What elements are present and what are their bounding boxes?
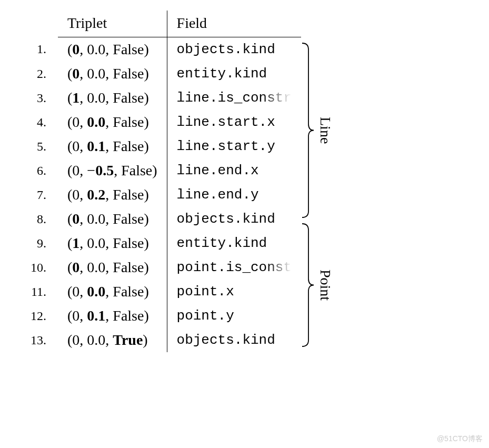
brace-icon [300, 221, 315, 350]
row-number: 3. [16, 86, 58, 110]
field-cell: line.end.y [167, 183, 301, 207]
row-number: 11. [16, 280, 58, 304]
triplet-cell: (0, 0.2, False) [58, 183, 167, 207]
table-row: 8.(0, 0.0, False)objects.kind [16, 207, 301, 231]
brace-column: LinePoint [300, 11, 334, 350]
field-header: Field [167, 11, 301, 37]
table-container: Triplet Field 1.(0, 0.0, False)objects.k… [16, 11, 473, 352]
table-row: 10.(0, 0.0, False)point.is_const [16, 255, 301, 280]
triplet-cell: (0, 0.0, False) [58, 62, 167, 86]
table-header-row: Triplet Field [16, 11, 301, 37]
triplet-cell: (0, 0.0, False) [58, 110, 167, 134]
triplet-cell: (1, 0.0, False) [58, 86, 167, 110]
row-number: 9. [16, 231, 58, 255]
table-row: 9.(1, 0.0, False)entity.kind [16, 231, 301, 255]
field-cell: entity.kind [167, 231, 301, 255]
table-row: 11.(0, 0.0, False)point.x [16, 280, 301, 304]
brace-label: Point [315, 270, 334, 301]
field-cell: objects.kind [167, 207, 301, 231]
row-number: 8. [16, 207, 58, 231]
triplet-cell: (0, 0.1, False) [58, 304, 167, 328]
field-cell: point.is_const [167, 255, 301, 280]
brace-icon [300, 40, 315, 221]
row-number: 13. [16, 328, 58, 352]
triplet-field-table: Triplet Field 1.(0, 0.0, False)objects.k… [16, 11, 301, 352]
field-cell: entity.kind [167, 62, 301, 86]
table-row: 4.(0, 0.0, False)line.start.x [16, 110, 301, 134]
field-cell: point.x [167, 280, 301, 304]
triplet-cell: (0, 0.0, False) [58, 255, 167, 280]
triplet-cell: (0, 0.0, True) [58, 328, 167, 352]
row-number: 1. [16, 37, 58, 62]
field-cell: line.start.y [167, 134, 301, 158]
brace-group: Line [300, 40, 334, 221]
row-number: 2. [16, 62, 58, 86]
table-row: 5.(0, 0.1, False)line.start.y [16, 134, 301, 158]
field-cell: line.is_constr [167, 86, 301, 110]
row-number: 4. [16, 110, 58, 134]
triplet-cell: (0, 0.0, False) [58, 207, 167, 231]
triplet-cell: (0, 0.0, False) [58, 37, 167, 62]
table-row: 6.(0, −0.5, False)line.end.x [16, 158, 301, 183]
table-row: 13.(0, 0.0, True)objects.kind [16, 328, 301, 352]
row-number: 12. [16, 304, 58, 328]
field-cell: objects.kind [167, 37, 301, 62]
table-row: 12.(0, 0.1, False)point.y [16, 304, 301, 328]
table-row: 7.(0, 0.2, False)line.end.y [16, 183, 301, 207]
row-number: 6. [16, 158, 58, 183]
brace-label: Line [315, 117, 334, 144]
row-number: 10. [16, 255, 58, 280]
brace-group: Point [300, 221, 334, 350]
triplet-cell: (1, 0.0, False) [58, 231, 167, 255]
triplet-header: Triplet [58, 11, 167, 37]
triplet-cell: (0, 0.0, False) [58, 280, 167, 304]
field-cell: objects.kind [167, 328, 301, 352]
field-cell: point.y [167, 304, 301, 328]
triplet-cell: (0, 0.1, False) [58, 134, 167, 158]
field-cell: line.start.x [167, 110, 301, 134]
field-cell: line.end.x [167, 158, 301, 183]
table-row: 3.(1, 0.0, False)line.is_constr [16, 86, 301, 110]
triplet-cell: (0, −0.5, False) [58, 158, 167, 183]
row-number: 5. [16, 134, 58, 158]
row-number: 7. [16, 183, 58, 207]
table-row: 2.(0, 0.0, False)entity.kind [16, 62, 301, 86]
empty-header [16, 11, 58, 37]
table-row: 1.(0, 0.0, False)objects.kind [16, 37, 301, 62]
